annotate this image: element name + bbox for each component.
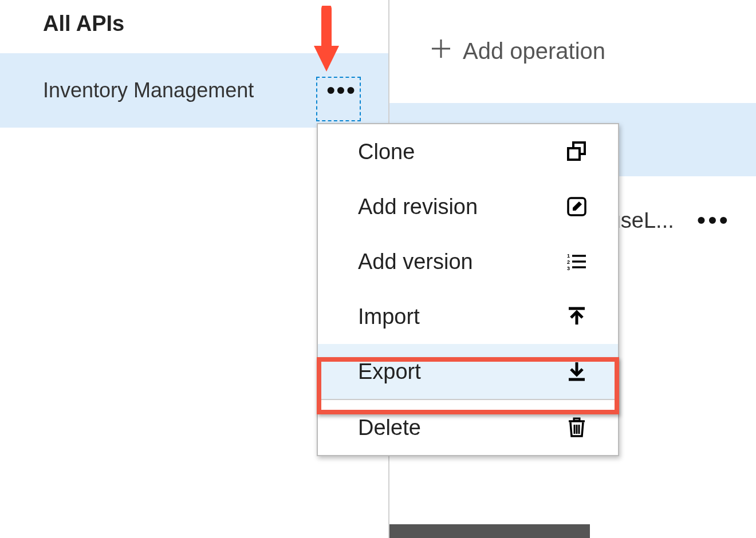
menu-item-export[interactable]: Export [318, 344, 618, 399]
list-icon: 1 2 3 [565, 250, 588, 273]
svg-text:3: 3 [567, 266, 570, 271]
import-icon [565, 305, 588, 328]
menu-item-import[interactable]: Import [318, 289, 618, 344]
menu-item-delete[interactable]: Delete [318, 400, 618, 455]
menu-item-add-version[interactable]: Add version 1 2 3 [318, 234, 618, 289]
add-operation-button[interactable]: Add operation [389, 0, 756, 94]
menu-item-label: Add version [358, 250, 473, 274]
api-context-menu: Clone Add revision Add version 1 2 3 Imp… [317, 123, 619, 456]
svg-rect-5 [568, 148, 580, 160]
menu-item-add-revision[interactable]: Add revision [318, 179, 618, 234]
menu-item-clone[interactable]: Clone [318, 124, 618, 179]
svg-text:2: 2 [567, 259, 570, 265]
menu-item-label: Clone [358, 140, 415, 164]
focus-indicator [316, 77, 361, 121]
edit-icon [565, 195, 588, 218]
add-operation-label: Add operation [463, 38, 605, 64]
svg-rect-18 [574, 418, 580, 421]
plus-icon [430, 37, 452, 65]
menu-item-label: Export [358, 359, 421, 384]
scrollbar-track[interactable] [389, 524, 590, 538]
export-icon [565, 360, 588, 383]
menu-item-label: Add revision [358, 195, 478, 219]
ellipsis-icon: ••• [697, 206, 730, 234]
clone-icon [565, 140, 588, 163]
all-apis-header[interactable]: All APIs [0, 0, 388, 53]
trash-icon [565, 416, 588, 439]
operation-more-button[interactable]: ••• [697, 206, 730, 235]
menu-item-label: Import [358, 304, 420, 329]
svg-text:1: 1 [567, 253, 570, 259]
menu-item-label: Delete [358, 416, 421, 440]
